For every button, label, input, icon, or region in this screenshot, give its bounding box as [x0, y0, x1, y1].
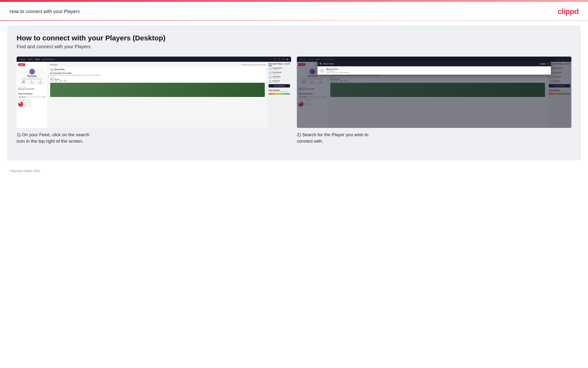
- activity-date-1: Yesterday · The Grove: [54, 70, 66, 72]
- search-overlay: 🔍 Marcus Turner CLEAR ✕ Marcus Turner 1·…: [317, 61, 551, 75]
- dropdown-arrow-1: ▾: [44, 96, 45, 98]
- activity-desc-1: Walking the course with my coach to buil…: [50, 74, 265, 76]
- app-right-2: Most Active Players - Last 30 days Richa…: [548, 62, 571, 128]
- player-perf-2: Player Performance Eli Vincent▾ Total Pl…: [298, 93, 326, 107]
- stat-activities: 129 Activities: [21, 81, 26, 84]
- nav-links-2: Home Teams My Performance: [308, 58, 335, 60]
- app-body-1: Feed Blair McHarg Golf Coach Mill Ride G…: [17, 62, 291, 128]
- stat-activities-num: 129: [21, 81, 26, 82]
- player-performance-section-1: Player Performance Eli Vincent ▾ Total P…: [18, 93, 46, 107]
- player-select-1[interactable]: Eli Vincent ▾: [18, 96, 46, 98]
- player-list-item-2: Piers Parnell Activities: 4: [269, 71, 290, 75]
- activity-duration-label: Duration: [50, 77, 265, 78]
- main-title: How to connect with your Players (Deskto…: [17, 34, 571, 42]
- team-heatmap-1: Team Heatmap Player Quality · 20 Round T…: [269, 89, 290, 95]
- pl-avatar-1: [269, 67, 272, 70]
- pl-avatar-4: [269, 80, 272, 83]
- tag-app: APP: [54, 80, 58, 82]
- activity-image-1: [50, 83, 265, 97]
- heatmap-bar-1: [269, 93, 290, 95]
- team-dashboard-btn-1[interactable]: Team Dashboard: [269, 84, 290, 87]
- score-circle-1: 84: [18, 101, 23, 107]
- stat-following-label: Following: [38, 82, 43, 84]
- pl-avatar-2: [269, 71, 272, 75]
- nav-links-1: Home Teams My Performance: [28, 58, 55, 60]
- result-club: Cypress Point Club, United Kingdom: [326, 72, 349, 73]
- pl-avatar-3: [269, 76, 272, 79]
- profile-stats-1: 129 Activities 3 Followers 4: [19, 81, 45, 84]
- profile-card-1: Blair McHarg Golf Coach Mill Ride Golf C…: [18, 67, 46, 85]
- search-icon-overlay: 🔍: [319, 63, 322, 65]
- app-mockup-1: clippd Home Teams My Performance ⚲ ◯ ⛭ ▶: [17, 56, 291, 128]
- screenshots-row: clippd Home Teams My Performance ⚲ ◯ ⛭ ▶: [17, 56, 571, 144]
- avatar-image-1: [29, 69, 35, 74]
- settings-icon[interactable]: ⛭: [282, 58, 284, 61]
- nav-logo-1: clippd: [19, 58, 26, 60]
- nav-my-performance[interactable]: My Performance: [42, 58, 54, 60]
- search-result-item[interactable]: Marcus Turner 1·5 Handicap Cypress Point…: [317, 66, 551, 75]
- player-performance-title-1: Player Performance: [18, 93, 46, 95]
- most-active-title-1: Most Active Players - Last 30 days: [269, 63, 290, 66]
- nav-right-2: ⚲ ◯ ⛭: [558, 58, 569, 61]
- profile-stats-2: 129Activities 3Followers 4Following: [299, 81, 325, 84]
- stat-following-num: 4: [38, 81, 43, 82]
- tag-ott: OTT: [50, 80, 54, 82]
- nav-teams-2: Teams: [315, 58, 320, 60]
- selected-player-1: Eli Vincent: [19, 96, 26, 98]
- profile-club-2: Mill Ride Golf Club, United Kingdom: [299, 78, 325, 80]
- screenshot-1-frame: clippd Home Teams My Performance ⚲ ◯ ⛭ ▶: [17, 56, 291, 128]
- nav-home[interactable]: Home: [28, 58, 33, 60]
- pl-acts-2: Activities: 4: [273, 73, 281, 74]
- pl-acts-3: Activities: 3: [273, 77, 281, 79]
- activity-tags-1: OTT APP ARG PUTT: [50, 80, 265, 82]
- profile-name-2: Blair McHarg: [299, 75, 325, 77]
- profile-avatar-1: [29, 69, 35, 74]
- page-title: How to connect with your Players: [9, 9, 80, 14]
- tpq-label-1: Total Player Quality ⓘ: [18, 99, 46, 101]
- stat-following: 4 Following: [38, 81, 43, 84]
- following-chevron: ▾: [57, 64, 57, 65]
- latest-activity-1: Latest Activity Afternoon round of golf …: [18, 86, 46, 91]
- activity-title-1: Pre Tournament Course Walk: [50, 72, 265, 74]
- following-row-1: Following ▾ Control who can see your act…: [49, 63, 266, 66]
- main-subtitle: Find and connect with your Players: [17, 44, 571, 49]
- feed-tab-1[interactable]: Feed: [18, 63, 25, 66]
- tag-putt: PUTT: [63, 80, 68, 82]
- player-list-item-3: Hiral Pujara Activities: 3: [269, 76, 290, 79]
- pl-acts-1: Activities: 7: [273, 69, 282, 70]
- screenshot-1-col: clippd Home Teams My Performance ⚲ ◯ ⛭ ▶: [17, 56, 291, 144]
- nav-right-1: ⚲ ◯ ⛭ ▶: [273, 58, 289, 61]
- user-icon[interactable]: ◯: [277, 58, 280, 61]
- top-accent-bar: [0, 0, 588, 2]
- latest-activity-2: Latest Activity Afternoon round of golf …: [298, 86, 326, 91]
- app-nav-2: clippd Home Teams My Performance ⚲ ◯ ⛭: [297, 56, 571, 62]
- clear-button[interactable]: CLEAR: [539, 63, 546, 65]
- profile-icon[interactable]: ▶: [286, 58, 289, 61]
- screenshot-2-frame: clippd Home Teams My Performance ⚲ ◯ ⛭: [297, 56, 571, 128]
- nav-logo-2: clippd: [299, 58, 306, 60]
- screenshot-2-col: clippd Home Teams My Performance ⚲ ◯ ⛭: [297, 56, 571, 144]
- search-bar: 🔍 Marcus Turner CLEAR ✕: [317, 61, 551, 66]
- search-icon[interactable]: ⚲: [273, 58, 276, 61]
- search-input-value[interactable]: Marcus Turner: [323, 63, 538, 65]
- following-label: Following: [50, 64, 56, 65]
- stat-activities-label: Activities: [21, 82, 26, 84]
- footer: Copyright Clippd 2022: [0, 165, 588, 176]
- nav-teams[interactable]: Teams: [35, 58, 40, 60]
- following-button-1[interactable]: Following ▾: [49, 63, 58, 66]
- stat-followers-num: 3: [29, 81, 34, 82]
- app-left-panel-1: Feed Blair McHarg Golf Coach Mill Ride G…: [17, 62, 47, 128]
- user-icon-2: ◯: [562, 58, 565, 61]
- close-search-icon[interactable]: ✕: [547, 63, 549, 65]
- profile-avatar-2: [309, 69, 315, 74]
- settings-icon-2: ⛭: [566, 58, 569, 61]
- result-name: Marcus Turner: [326, 68, 349, 70]
- avatar-image-2: [309, 69, 315, 74]
- nav-my-performance-2: My Performance: [323, 58, 335, 60]
- logo: clippd: [558, 7, 579, 16]
- caption-1: 1) On your Feed, click on the searchicon…: [17, 132, 291, 144]
- app-center-feed-1: Following ▾ Control who can see your act…: [47, 62, 267, 128]
- control-link-1[interactable]: Control who can see your activity and da…: [241, 64, 266, 65]
- pl-acts-4: Activities: 1: [273, 82, 280, 83]
- tag-arg: ARG: [59, 80, 63, 82]
